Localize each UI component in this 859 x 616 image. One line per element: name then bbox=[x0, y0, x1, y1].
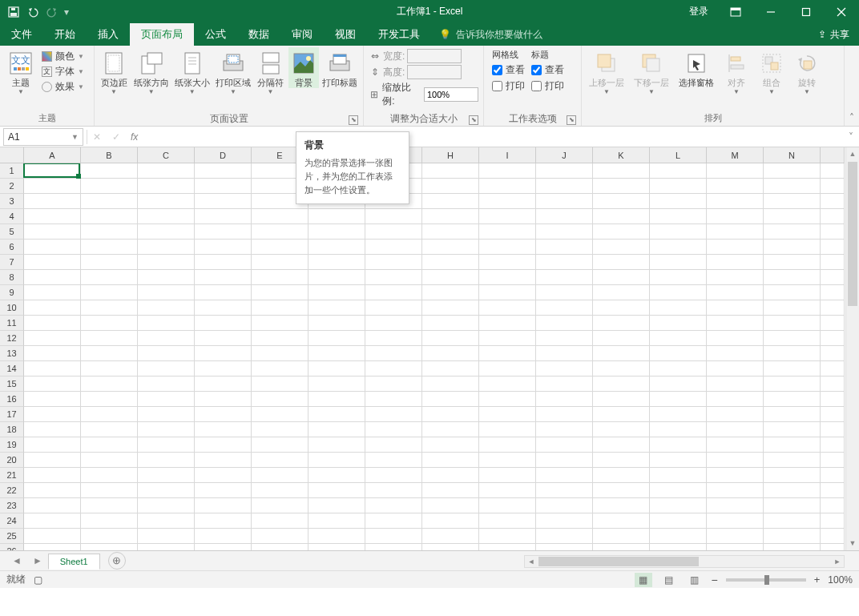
collapse-ribbon[interactable]: ˄ bbox=[845, 46, 859, 126]
row-header[interactable]: 13 bbox=[0, 346, 24, 361]
sheet-nav-next[interactable]: ► bbox=[27, 555, 48, 566]
row-header[interactable]: 18 bbox=[0, 422, 24, 437]
scale-launcher[interactable]: ⬊ bbox=[469, 115, 478, 125]
row-header[interactable]: 25 bbox=[0, 529, 24, 544]
page-layout-view-button[interactable]: ▤ bbox=[660, 573, 678, 587]
signin-link[interactable]: 登录 bbox=[680, 5, 718, 18]
macro-record-icon[interactable]: ▢ bbox=[34, 574, 42, 586]
column-header[interactable]: M bbox=[707, 147, 764, 163]
row-header[interactable]: 2 bbox=[0, 179, 24, 194]
minimize-button[interactable] bbox=[753, 0, 788, 23]
row-header[interactable]: 3 bbox=[0, 194, 24, 209]
redo-button[interactable] bbox=[43, 3, 61, 21]
background-button[interactable]: 背景 bbox=[288, 47, 319, 88]
headings-print-check[interactable]: 打印 bbox=[531, 79, 564, 93]
row-header[interactable]: 20 bbox=[0, 453, 24, 468]
gridlines-view-check[interactable]: 查看 bbox=[492, 63, 525, 77]
sheetopts-launcher[interactable]: ⬊ bbox=[567, 115, 576, 125]
zoom-level[interactable]: 100% bbox=[828, 574, 853, 586]
qat-customize[interactable]: ▾ bbox=[63, 6, 70, 18]
page-break-view-button[interactable]: ▥ bbox=[686, 573, 704, 587]
row-header[interactable]: 11 bbox=[0, 316, 24, 331]
fonts-button[interactable]: 文字体 ▼ bbox=[42, 65, 84, 79]
name-box[interactable]: A1▼ bbox=[3, 128, 83, 146]
expand-formula-bar[interactable]: ˅ bbox=[843, 131, 859, 143]
row-header[interactable]: 19 bbox=[0, 437, 24, 453]
orientation-button[interactable]: 纸张方向▼ bbox=[131, 47, 171, 95]
headings-view-check[interactable]: 查看 bbox=[531, 63, 564, 77]
row-header[interactable]: 22 bbox=[0, 483, 24, 498]
sheet-tab[interactable]: Sheet1 bbox=[48, 554, 100, 570]
save-button[interactable] bbox=[5, 3, 22, 21]
print-area-button[interactable]: 打印区域▼ bbox=[213, 47, 252, 95]
margins-button[interactable]: 页边距▼ bbox=[98, 47, 130, 95]
scroll-down-arrow[interactable]: ▼ bbox=[846, 537, 859, 550]
tab-page-layout[interactable]: 页面布局 bbox=[130, 23, 194, 46]
column-header[interactable]: H bbox=[422, 147, 479, 163]
row-header[interactable]: 5 bbox=[0, 224, 24, 240]
bring-forward-button[interactable]: 上移一层▼ bbox=[585, 47, 628, 95]
grid-cells[interactable] bbox=[24, 163, 845, 550]
themes-button[interactable]: 文文 主题▼ bbox=[3, 47, 38, 95]
undo-button[interactable] bbox=[24, 3, 42, 21]
normal-view-button[interactable]: ▦ bbox=[635, 573, 652, 587]
scale-width[interactable]: ⇔宽度: bbox=[369, 49, 478, 63]
tab-home[interactable]: 开始 bbox=[43, 23, 87, 46]
scale-height[interactable]: ⇕高度: bbox=[369, 65, 478, 79]
row-header[interactable]: 4 bbox=[0, 209, 24, 224]
row-header[interactable]: 21 bbox=[0, 468, 24, 483]
column-header[interactable]: D bbox=[195, 147, 252, 163]
selection-pane-button[interactable]: 选择窗格 bbox=[675, 47, 718, 88]
column-header[interactable]: N bbox=[764, 147, 821, 163]
scroll-right-arrow[interactable]: ► bbox=[831, 556, 844, 567]
scroll-left-arrow[interactable]: ◄ bbox=[525, 556, 538, 567]
hscroll-thumb[interactable] bbox=[538, 557, 699, 566]
maximize-button[interactable] bbox=[788, 0, 824, 23]
row-header[interactable]: 17 bbox=[0, 407, 24, 422]
zoom-in[interactable]: + bbox=[814, 574, 821, 586]
close-button[interactable] bbox=[824, 0, 859, 23]
row-header[interactable]: 16 bbox=[0, 392, 24, 407]
row-header[interactable]: 14 bbox=[0, 361, 24, 376]
select-all-corner[interactable] bbox=[0, 147, 24, 163]
tab-formulas[interactable]: 公式 bbox=[194, 23, 237, 46]
breaks-button[interactable]: 分隔符▼ bbox=[255, 47, 287, 95]
sheet-nav-prev[interactable]: ◄ bbox=[6, 555, 27, 566]
tab-data[interactable]: 数据 bbox=[237, 23, 280, 46]
rotate-button[interactable]: 旋转▼ bbox=[790, 47, 824, 95]
fx-icon[interactable]: fx bbox=[126, 131, 143, 143]
row-header[interactable]: 12 bbox=[0, 331, 24, 346]
horizontal-scrollbar[interactable]: ◄ ► bbox=[524, 555, 845, 568]
vscroll-thumb[interactable] bbox=[848, 162, 857, 306]
size-button[interactable]: 纸张大小▼ bbox=[172, 47, 212, 95]
scale-ratio[interactable]: ⊞缩放比例: bbox=[369, 81, 478, 108]
align-button[interactable]: 对齐▼ bbox=[720, 47, 753, 95]
effects-button[interactable]: 效果 ▼ bbox=[42, 80, 84, 94]
print-titles-button[interactable]: 打印标题 bbox=[321, 47, 360, 88]
row-header[interactable]: 26 bbox=[0, 544, 24, 550]
column-header[interactable]: I bbox=[479, 147, 536, 163]
column-header[interactable]: C bbox=[138, 147, 195, 163]
share-button[interactable]: ⇪共享 bbox=[809, 23, 859, 46]
column-header[interactable]: L bbox=[650, 147, 707, 163]
zoom-slider[interactable] bbox=[726, 578, 806, 582]
page-setup-launcher[interactable]: ⬊ bbox=[349, 115, 358, 125]
row-header[interactable]: 8 bbox=[0, 270, 24, 285]
send-backward-button[interactable]: 下移一层▼ bbox=[630, 47, 673, 95]
tell-me[interactable]: 💡告诉我你想要做什么 bbox=[431, 23, 550, 46]
row-header[interactable]: 10 bbox=[0, 300, 24, 316]
ribbon-display-options[interactable] bbox=[718, 0, 753, 23]
scroll-up-arrow[interactable]: ▲ bbox=[846, 147, 859, 161]
tab-view[interactable]: 视图 bbox=[324, 23, 367, 46]
vertical-scrollbar[interactable]: ▲ ▼ bbox=[845, 147, 859, 550]
column-header[interactable]: J bbox=[536, 147, 593, 163]
tab-review[interactable]: 审阅 bbox=[280, 23, 324, 46]
row-header[interactable]: 24 bbox=[0, 513, 24, 529]
tab-insert[interactable]: 插入 bbox=[87, 23, 130, 46]
column-header[interactable]: B bbox=[81, 147, 138, 163]
tab-developer[interactable]: 开发工具 bbox=[367, 23, 431, 46]
row-header[interactable]: 9 bbox=[0, 285, 24, 300]
row-header[interactable]: 23 bbox=[0, 498, 24, 513]
formula-input[interactable] bbox=[143, 128, 843, 146]
column-header[interactable]: K bbox=[593, 147, 650, 163]
